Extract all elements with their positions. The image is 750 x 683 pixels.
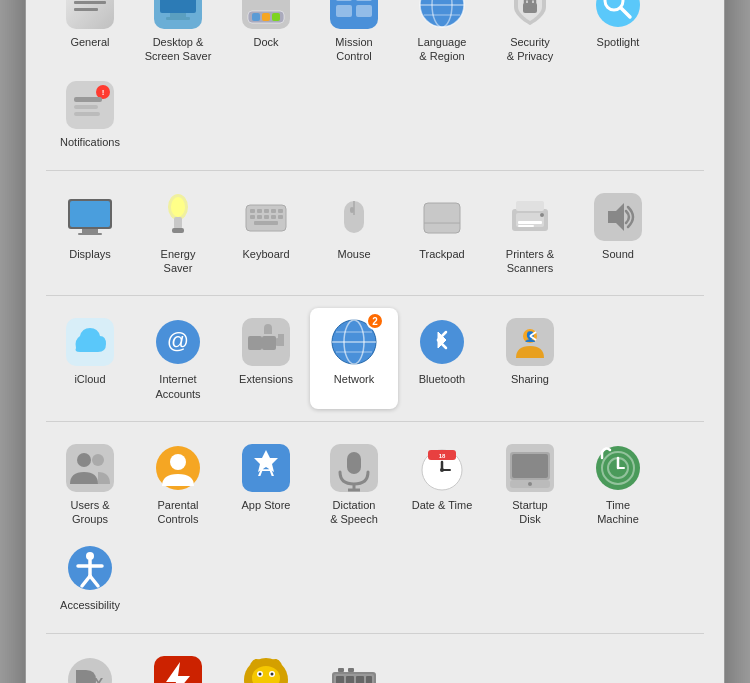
svg-rect-66	[516, 213, 544, 227]
icloud-icon-wrapper	[64, 316, 116, 368]
displays-label: Displays	[69, 247, 111, 261]
notifications-icon-wrapper: !	[64, 79, 116, 131]
svg-rect-13	[252, 13, 260, 21]
pref-printers[interactable]: Printers &Scanners	[486, 183, 574, 284]
pref-bluetooth[interactable]: Bluetooth	[398, 308, 486, 409]
language-icon	[418, 0, 466, 29]
pref-dock[interactable]: Dock	[222, 0, 310, 71]
pref-startup[interactable]: StartupDisk	[486, 434, 574, 535]
dock-icon-wrapper	[240, 0, 292, 31]
pref-users[interactable]: Users &Groups	[46, 434, 134, 535]
pref-energy[interactable]: EnergySaver	[134, 183, 222, 284]
internet-section: iCloud @ InternetAccounts	[46, 296, 704, 422]
datetime-label: Date & Time	[412, 498, 473, 512]
displays-icon	[66, 193, 114, 241]
pref-dictation[interactable]: Dictation& Speech	[310, 434, 398, 535]
dock-label: Dock	[253, 35, 278, 49]
svg-rect-133	[336, 676, 344, 683]
desktop-label: Desktop &Screen Saver	[145, 35, 212, 64]
extensions-icon-wrapper	[240, 316, 292, 368]
growl-icon-wrapper	[240, 654, 292, 683]
svg-rect-36	[74, 97, 102, 102]
mouse-icon	[330, 193, 378, 241]
pref-flashplayer[interactable]: Flash Player	[134, 646, 222, 683]
accessibility-icon	[66, 544, 114, 592]
printers-icon-wrapper	[504, 191, 556, 243]
energy-label: EnergySaver	[161, 247, 196, 276]
network-badge: 2	[366, 312, 384, 330]
svg-text:@: @	[167, 328, 189, 353]
svg-rect-54	[250, 215, 255, 219]
pref-timemachine[interactable]: TimeMachine	[574, 434, 662, 535]
pref-spotlight[interactable]: Spotlight	[574, 0, 662, 71]
network-icon-wrapper: 2	[328, 316, 380, 368]
startup-label: StartupDisk	[512, 498, 547, 527]
pref-displays[interactable]: Displays	[46, 183, 134, 284]
svg-rect-135	[356, 676, 364, 683]
pref-network[interactable]: 2 Network	[310, 308, 398, 409]
pref-extensions[interactable]: Extensions	[222, 308, 310, 409]
svg-rect-52	[271, 209, 276, 213]
pref-sharing[interactable]: 👤 Sharing	[486, 308, 574, 409]
mission-icon	[330, 0, 378, 29]
svg-rect-9	[170, 13, 186, 17]
svg-rect-97	[347, 452, 361, 474]
parental-label: ParentalControls	[158, 498, 199, 527]
svg-rect-17	[336, 0, 352, 1]
svg-rect-56	[264, 215, 269, 219]
pref-datetime[interactable]: 18 Date & Time	[398, 434, 486, 535]
general-icon-wrapper: File New	[64, 0, 116, 31]
pref-parental[interactable]: ParentalControls	[134, 434, 222, 535]
pref-appstore[interactable]: A App Store	[222, 434, 310, 535]
sharing-label: Sharing	[511, 372, 549, 386]
svg-rect-55	[257, 215, 262, 219]
icloud-label: iCloud	[74, 372, 105, 386]
svg-point-44	[171, 197, 185, 217]
svg-rect-69	[518, 225, 534, 227]
security-icon	[506, 0, 554, 29]
pref-general[interactable]: File New General	[46, 0, 134, 71]
pref-mission[interactable]: MissionControl	[310, 0, 398, 71]
pref-growl[interactable]: Growl	[222, 646, 310, 683]
spotlight-label: Spotlight	[597, 35, 640, 49]
notifications-label: Notifications	[60, 135, 120, 149]
timemachine-label: TimeMachine	[597, 498, 639, 527]
spotlight-icon-wrapper	[592, 0, 644, 31]
flashplayer-icon-wrapper	[152, 654, 204, 683]
svg-point-130	[271, 672, 274, 675]
pref-accessibility[interactable]: Accessibility	[46, 534, 134, 620]
pref-sound[interactable]: Sound	[574, 183, 662, 284]
parental-icon	[154, 444, 202, 492]
pref-internet-accounts[interactable]: @ InternetAccounts	[134, 308, 222, 409]
notifications-icon: !	[66, 81, 114, 129]
svg-rect-59	[254, 221, 278, 225]
svg-rect-14	[262, 13, 270, 21]
sound-icon-wrapper	[592, 191, 644, 243]
pref-keyboard[interactable]: Keyboard	[222, 183, 310, 284]
pref-mouse[interactable]: Mouse	[310, 183, 398, 284]
bluetooth-icon-wrapper	[416, 316, 468, 368]
mouse-icon-wrapper	[328, 191, 380, 243]
other-section: X DivX Flash Player	[46, 634, 704, 683]
system-preferences-window: ‹ › System Preferences 🔍 ✕	[25, 0, 725, 683]
pref-desktop[interactable]: Desktop &Screen Saver	[134, 0, 222, 71]
pref-trackpad[interactable]: Trackpad	[398, 183, 486, 284]
svg-rect-57	[271, 215, 276, 219]
pref-language[interactable]: Language& Region	[398, 0, 486, 71]
hardware-section: Displays EnergySaver	[46, 171, 704, 297]
parental-icon-wrapper	[152, 442, 204, 494]
trackpad-label: Trackpad	[419, 247, 464, 261]
pref-maudio[interactable]: M-AudioFast Track Pro	[310, 646, 398, 683]
timemachine-icon-wrapper	[592, 442, 644, 494]
pref-notifications[interactable]: ! Notifications	[46, 71, 134, 157]
energy-icon-wrapper	[152, 191, 204, 243]
pref-icloud[interactable]: iCloud	[46, 308, 134, 409]
accessibility-label: Accessibility	[60, 598, 120, 612]
svg-point-91	[92, 454, 104, 466]
svg-rect-15	[272, 13, 280, 21]
users-label: Users &Groups	[70, 498, 109, 527]
language-label: Language& Region	[418, 35, 467, 64]
pref-divx[interactable]: X DivX	[46, 646, 134, 683]
pref-security[interactable]: Security& Privacy	[486, 0, 574, 71]
growl-icon	[242, 656, 290, 683]
